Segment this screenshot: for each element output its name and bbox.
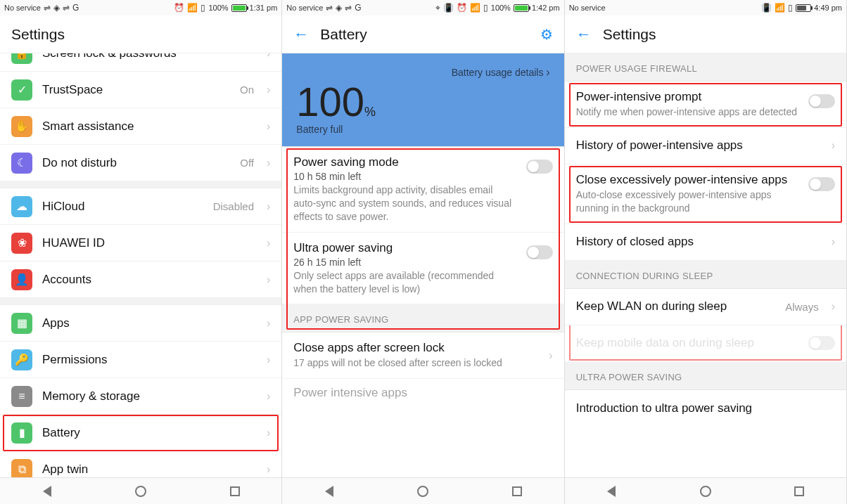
signal-icon: ▯ <box>788 4 793 12</box>
alarm-icon: ⏰ <box>174 4 184 12</box>
settings-list[interactable]: 🔒Screen lock & passwords›✓TrustSpaceOn›✋… <box>0 53 281 477</box>
smart-assistance-icon: ✋ <box>11 116 32 137</box>
nav-back[interactable] <box>39 483 56 500</box>
firewall-scroll[interactable]: POWER USAGE FIREWALL Power-intensive pro… <box>565 53 846 477</box>
settings-item-trustspace[interactable]: ✓TrustSpaceOn› <box>0 72 281 108</box>
item-label: App twin <box>42 463 257 477</box>
chevron-right-icon: › <box>546 66 549 78</box>
nav-recent[interactable] <box>791 483 808 500</box>
header: Settings <box>0 15 281 53</box>
back-button[interactable]: ← <box>576 25 592 44</box>
carrier-text: No service <box>569 4 606 12</box>
gear-icon[interactable]: ⚙ <box>540 26 553 43</box>
close-excessive-toggle[interactable] <box>808 177 835 191</box>
item-label: Battery <box>42 426 257 440</box>
apps-icon: ▦ <box>11 313 32 334</box>
battery-icon <box>231 4 247 12</box>
section-power-usage-firewall: POWER USAGE FIREWALL <box>565 53 846 82</box>
chevron-right-icon: › <box>267 200 270 213</box>
screen-lock-icon: 🔒 <box>11 53 32 64</box>
section-gap <box>0 181 281 188</box>
chevron-right-icon: › <box>267 317 270 330</box>
section-ultra-power-saving: ULTRA POWER SAVING <box>565 362 846 390</box>
telegram-icon: ◈ <box>336 4 342 12</box>
nav-home[interactable] <box>414 483 431 500</box>
usb-icon: ⇌ <box>44 4 51 12</box>
nav-recent[interactable] <box>509 483 526 500</box>
item-label: HUAWEI ID <box>42 236 257 250</box>
location-icon: ⌖ <box>435 4 440 12</box>
nav-home[interactable] <box>697 483 714 500</box>
chevron-right-icon: › <box>267 273 270 286</box>
statusbar: No service ⇌ ◈ ⇌ G ⏰ 📶 ▯ 100% 1:31 pm <box>0 0 281 15</box>
settings-item-screen-lock[interactable]: 🔒Screen lock & passwords› <box>0 53 281 72</box>
telegram-icon: ◈ <box>53 4 60 12</box>
permissions-icon: 🔑 <box>11 349 32 370</box>
huawei-id-icon: ❀ <box>11 233 32 254</box>
battery-icon: ▮ <box>11 422 32 444</box>
google-icon: G <box>72 4 79 12</box>
chevron-right-icon: › <box>267 157 270 169</box>
signal-icon: ▯ <box>200 4 205 12</box>
wifi-icon: 📶 <box>187 4 198 12</box>
navbar <box>0 477 281 504</box>
do-not-disturb-icon: ☾ <box>11 153 32 174</box>
nav-back[interactable] <box>603 483 620 500</box>
close-apps-after-lock[interactable]: Close apps after screen lock 17 apps wil… <box>282 332 563 379</box>
chevron-right-icon: › <box>267 354 270 366</box>
settings-item-permissions[interactable]: 🔑Permissions› <box>0 342 281 378</box>
battery-pct: 100% <box>491 4 511 12</box>
nav-back[interactable] <box>321 483 338 500</box>
memory-storage-icon: ≡ <box>11 386 32 407</box>
history-power-intensive[interactable]: History of power-intensive apps › <box>565 128 846 164</box>
settings-item-battery[interactable]: ▮Battery› <box>0 415 281 451</box>
section-connection-sleep: CONNECTION DURING SLEEP <box>565 261 846 289</box>
settings-item-smart-assistance[interactable]: ✋Smart assistance› <box>0 108 281 145</box>
chevron-right-icon: › <box>267 120 270 133</box>
navbar <box>282 477 563 504</box>
battery-usage-details-link[interactable]: Battery usage details › <box>296 66 549 79</box>
section-gap <box>0 298 281 305</box>
header: ← Settings <box>565 15 846 53</box>
page-title: Settings <box>11 26 65 43</box>
battery-pct: 100% <box>208 4 228 12</box>
close-excessive-apps[interactable]: Close excessively power-intensive apps A… <box>565 164 846 224</box>
settings-item-huawei-id[interactable]: ❀HUAWEI ID› <box>0 225 281 261</box>
nav-recent[interactable] <box>227 483 243 500</box>
vibrate-icon: 📳 <box>443 4 454 12</box>
back-button[interactable]: ← <box>293 25 309 44</box>
item-value: Off <box>240 157 254 169</box>
page-title: Settings <box>603 26 656 43</box>
chevron-right-icon: › <box>267 53 270 60</box>
keep-wlan-sleep[interactable]: Keep WLAN on during sleep Always › <box>565 289 846 325</box>
accounts-icon: 👤 <box>11 269 32 290</box>
history-closed-apps[interactable]: History of closed apps › <box>565 224 846 261</box>
settings-item-apps[interactable]: ▦Apps› <box>0 305 281 342</box>
settings-item-hicloud[interactable]: ☁HiCloudDisabled› <box>0 188 281 225</box>
nav-home[interactable] <box>132 483 149 500</box>
prompt-toggle[interactable] <box>808 94 835 108</box>
settings-item-do-not-disturb[interactable]: ☾Do not disturbOff› <box>0 145 281 181</box>
chevron-right-icon: › <box>267 390 270 403</box>
ultra-power-toggle[interactable] <box>526 245 553 259</box>
power-saving-mode[interactable]: Power saving mode 10 h 58 min left Limit… <box>282 147 563 233</box>
signal-icon: ▯ <box>483 4 488 12</box>
chevron-right-icon: › <box>832 235 835 248</box>
chevron-right-icon: › <box>267 427 270 439</box>
intro-ultra-power[interactable]: Introduction to ultra power saving <box>565 390 846 427</box>
power-intensive-apps-cut[interactable]: Power intensive apps <box>282 379 563 400</box>
battery-icon <box>796 4 811 12</box>
power-saving-toggle[interactable] <box>526 160 553 174</box>
power-intensive-prompt[interactable]: Power-intensive prompt Notify me when po… <box>565 82 846 128</box>
battery-scroll[interactable]: Battery usage details › 100% Battery ful… <box>282 53 563 477</box>
item-label: TrustSpace <box>42 83 230 97</box>
statusbar: No service ⇌ ◈ ⇌ G ⌖ 📳 ⏰ 📶 ▯ 100% 1:42 p… <box>282 0 563 15</box>
settings-item-accounts[interactable]: 👤Accounts› <box>0 261 281 298</box>
settings-item-memory-storage[interactable]: ≡Memory & storage› <box>0 378 281 415</box>
wifi-icon: 📶 <box>470 4 480 12</box>
chevron-right-icon: › <box>549 349 552 362</box>
settings-item-app-twin[interactable]: ⧉App twin› <box>0 451 281 477</box>
mobile-data-toggle <box>808 336 835 350</box>
ultra-power-saving[interactable]: Ultra power saving 26 h 15 min left Only… <box>282 233 563 305</box>
battery-hero[interactable]: Battery usage details › 100% Battery ful… <box>282 53 563 147</box>
